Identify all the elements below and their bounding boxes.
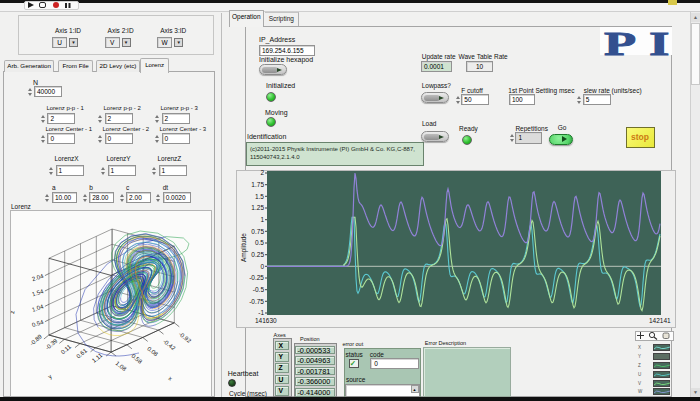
svg-text:-0.75: -0.75	[249, 298, 264, 305]
svg-text:0: 0	[260, 263, 264, 270]
svg-text:2: 2	[260, 169, 264, 176]
svg-text:-0.25: -0.25	[249, 274, 264, 281]
svg-text:0.5: 0.5	[255, 239, 264, 246]
svg-text:0.25: 0.25	[251, 251, 264, 258]
svg-text:1.75: 1.75	[251, 181, 264, 188]
svg-text:1.25: 1.25	[251, 204, 264, 211]
svg-text:-0.5: -0.5	[253, 286, 265, 293]
svg-text:-1: -1	[258, 309, 264, 316]
svg-text:0.75: 0.75	[251, 228, 264, 235]
svg-text:1.5: 1.5	[255, 193, 264, 200]
svg-text:1: 1	[260, 216, 264, 223]
